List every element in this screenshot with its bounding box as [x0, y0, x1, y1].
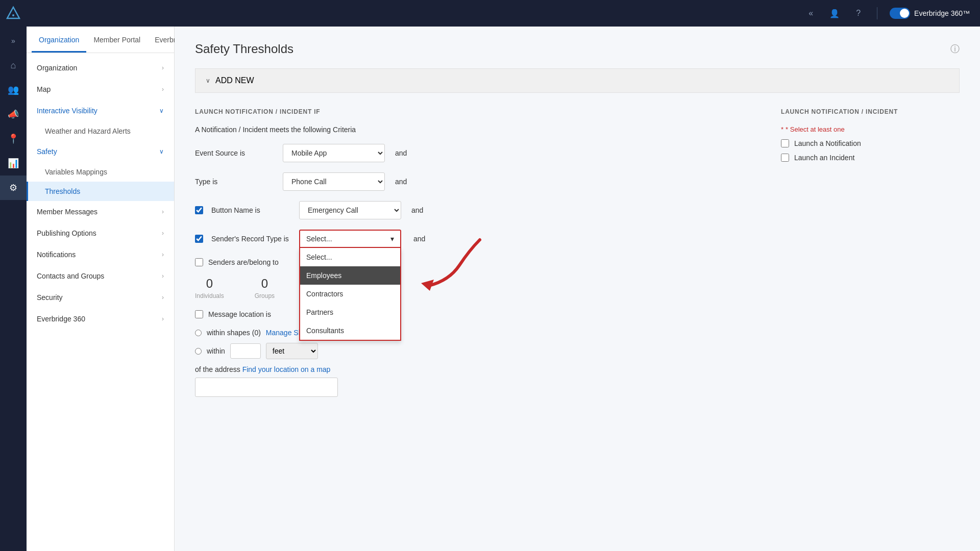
chevron-right-icon: ›	[162, 251, 164, 258]
required-note: ** Select at least one	[781, 126, 960, 133]
groups-count-box: 0 Groups	[255, 277, 275, 300]
button-name-select[interactable]: Emergency Call	[299, 201, 401, 219]
sender-record-row: Sender's Record Type is Select... ▾ Sele…	[195, 230, 761, 248]
individuals-count-box: 0 Individuals	[195, 277, 224, 300]
within-shapes-radio[interactable]	[195, 330, 202, 336]
dropdown-arrow-icon: ▾	[390, 235, 394, 243]
dropdown-option-select[interactable]: Select...	[300, 248, 400, 266]
and-label-4: and	[413, 235, 425, 243]
senders-belong-checkbox[interactable]	[195, 258, 203, 266]
chevron-right-icon: ›	[162, 272, 164, 280]
button-name-label: Button Name is	[211, 206, 293, 214]
sidebar-item-variables-mappings[interactable]: Variables Mappings	[27, 162, 174, 182]
right-section-header: LAUNCH NOTIFICATION / INCIDENT	[781, 108, 960, 115]
sender-record-dropdown-menu: Select... Employees Contractors Partners…	[299, 248, 401, 341]
event-source-label: Event Source is	[195, 149, 277, 157]
dropdown-option-contractors[interactable]: Contractors	[300, 285, 400, 303]
address-label-row: of the address Find your location on a m…	[195, 365, 761, 373]
sidebar-item-thresholds[interactable]: Thresholds	[27, 182, 174, 201]
individuals-label: Individuals	[195, 292, 224, 299]
sidebar-item-notifications[interactable]: Notifications ›	[27, 244, 174, 265]
right-criteria: LAUNCH NOTIFICATION / INCIDENT ** Select…	[781, 108, 960, 397]
event-source-select[interactable]: Mobile App	[283, 144, 385, 162]
within-distance-radio[interactable]	[195, 348, 202, 355]
home-nav-icon[interactable]: ⌂	[0, 53, 27, 78]
chevron-right-icon: ›	[162, 230, 164, 237]
left-criteria: LAUNCH NOTIFICATION / INCIDENT IF A Noti…	[195, 108, 761, 397]
and-label-3: and	[411, 206, 423, 214]
dropdown-option-employees[interactable]: Employees	[300, 266, 400, 285]
event-source-row: Event Source is Mobile App and	[195, 144, 761, 162]
menu-items: Organization › Map › Interactive Visibil…	[27, 53, 174, 551]
everbridge-toggle[interactable]	[890, 8, 910, 19]
criteria-subtitle: A Notification / Incident meets the foll…	[195, 126, 761, 134]
chevron-down-icon: ∨	[159, 148, 164, 155]
collapse-icon[interactable]: »	[0, 29, 27, 53]
sidebar-item-security[interactable]: Security ›	[27, 287, 174, 308]
launch-incident-option: Launch an Incident	[781, 154, 960, 162]
sender-record-checkbox[interactable]	[195, 235, 203, 243]
type-label: Type is	[195, 178, 277, 186]
type-select[interactable]: Phone Call	[283, 172, 385, 191]
sidebar-item-publishing-options[interactable]: Publishing Options ›	[27, 222, 174, 244]
address-input[interactable]	[195, 378, 338, 397]
chart-nav-icon[interactable]: 📊	[0, 151, 27, 176]
button-name-checkbox[interactable]	[195, 206, 203, 214]
everbridge-badge: Everbridge 360™	[890, 8, 970, 19]
nav-sidebar: Organization Member Portal Everbridge Op…	[27, 27, 175, 551]
add-new-chevron-icon: ∨	[206, 77, 210, 84]
chevron-right-icon: ›	[162, 86, 164, 93]
launch-incident-checkbox[interactable]	[781, 154, 789, 162]
sidebar-item-organization[interactable]: Organization ›	[27, 57, 174, 79]
tab-member-portal[interactable]: Member Portal	[86, 27, 148, 53]
launch-notification-checkbox[interactable]	[781, 139, 789, 147]
distance-unit-select[interactable]: feet miles kilometers	[266, 343, 318, 359]
gear-nav-icon[interactable]: ⚙	[0, 176, 27, 200]
chevron-right-icon: ›	[162, 294, 164, 301]
chevron-right-icon: ›	[162, 315, 164, 322]
users-nav-icon[interactable]: 👥	[0, 78, 27, 102]
sidebar-item-everbridge360[interactable]: Everbridge 360 ›	[27, 308, 174, 330]
icon-sidebar: » ⌂ 👥 📣 📍 📊 ⚙	[0, 0, 27, 551]
message-location-row: Message location is	[195, 310, 761, 318]
message-location-checkbox[interactable]	[195, 310, 203, 318]
help-button[interactable]: ?	[852, 7, 865, 20]
individuals-count: 0	[195, 277, 224, 291]
svg-point-0	[12, 14, 14, 16]
groups-count: 0	[255, 277, 275, 291]
sidebar-item-member-messages[interactable]: Member Messages ›	[27, 201, 174, 222]
back-button[interactable]: «	[804, 7, 817, 20]
app-logo[interactable]	[0, 0, 27, 27]
launch-notification-option: Launch a Notification	[781, 139, 960, 147]
sender-record-dropdown-container: Select... ▾ Select... Employees Contract…	[299, 230, 401, 248]
dropdown-option-partners[interactable]: Partners	[300, 303, 400, 321]
dropdown-option-consultants[interactable]: Consultants	[300, 321, 400, 340]
add-new-bar[interactable]: ∨ ADD NEW	[195, 68, 960, 93]
safety-submenu: Variables Mappings Thresholds	[27, 162, 174, 201]
sidebar-item-map[interactable]: Map ›	[27, 79, 174, 100]
sender-record-dropdown-trigger[interactable]: Select... ▾	[299, 230, 401, 248]
page-title: Safety Thresholds	[195, 42, 293, 56]
pin-nav-icon[interactable]: 📍	[0, 127, 27, 151]
button-name-row: Button Name is Emergency Call and	[195, 201, 761, 219]
senders-belong-label: Senders are/belong to	[208, 258, 279, 266]
sidebar-item-interactive-visibility[interactable]: Interactive Visibility ∨	[27, 100, 174, 121]
dropdown-current-value: Select...	[306, 235, 332, 243]
within-shapes-row: within shapes (0) Manage Shapes	[195, 329, 761, 337]
groups-label: Groups	[255, 292, 275, 299]
top-navbar: « 👤 ? Everbridge 360™	[27, 0, 980, 27]
sidebar-item-safety[interactable]: Safety ∨	[27, 141, 174, 162]
sidebar-item-contacts-groups[interactable]: Contacts and Groups ›	[27, 265, 174, 287]
senders-belong-row: Senders are/belong to	[195, 258, 761, 266]
megaphone-nav-icon[interactable]: 📣	[0, 102, 27, 127]
page-help-icon[interactable]: ⓘ	[950, 43, 960, 55]
sidebar-item-weather-alerts[interactable]: Weather and Hazard Alerts	[27, 121, 174, 141]
chevron-right-icon: ›	[162, 208, 164, 215]
user-button[interactable]: 👤	[825, 7, 844, 20]
page-title-row: Safety Thresholds ⓘ	[195, 42, 960, 56]
tab-organization[interactable]: Organization	[32, 27, 86, 53]
within-distance-input[interactable]	[230, 343, 261, 359]
sender-record-label: Sender's Record Type is	[211, 235, 293, 243]
find-location-link[interactable]: Find your location on a map	[242, 365, 331, 373]
launch-notification-label: Launch a Notification	[794, 139, 861, 147]
